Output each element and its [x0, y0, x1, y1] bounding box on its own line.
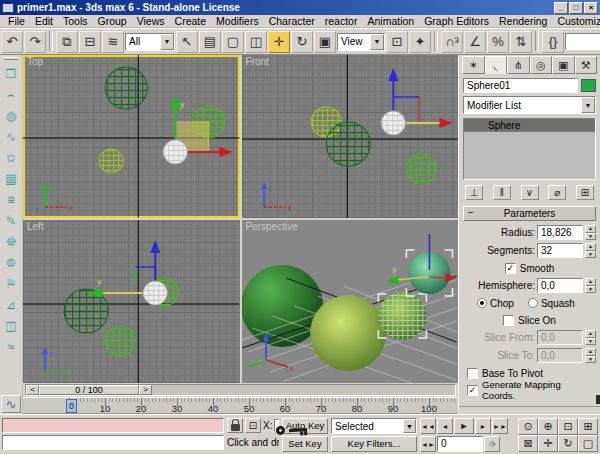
menu-item[interactable]: Views: [132, 15, 170, 27]
close-button[interactable]: ×: [584, 2, 598, 14]
next-frame-slider-button[interactable]: >: [139, 385, 152, 395]
named-selection-sets-field[interactable]: [565, 33, 600, 50]
select-and-link-button[interactable]: ⧉: [56, 31, 78, 53]
reactor-angular-dashpot-icon[interactable]: ❋: [1, 230, 21, 251]
smooth-checkbox[interactable]: ✓: [505, 263, 516, 274]
zoom-button[interactable]: ⊙: [518, 418, 538, 435]
region-zoom-button[interactable]: ⊠: [518, 435, 538, 452]
menu-item[interactable]: Modifiers: [211, 15, 264, 27]
spinner-up-icon[interactable]: ▲: [585, 243, 596, 251]
tab-hierarchy[interactable]: ⋔: [507, 56, 530, 74]
squash-radio[interactable]: [528, 298, 538, 308]
key-mode-dropdown[interactable]: Selected ▼: [331, 418, 417, 434]
reference-coordinate-system-dropdown[interactable]: View ▼: [337, 33, 385, 51]
reactor-ragdoll-icon[interactable]: ✩: [1, 146, 21, 167]
open-mini-curve-editor-button[interactable]: ∿: [1, 395, 21, 413]
window-crossing-toggle-button[interactable]: ◫: [245, 31, 267, 53]
spinner-up-icon[interactable]: ▲: [585, 278, 596, 286]
snap-toggle-button[interactable]: ∩³: [441, 31, 463, 53]
spinner-down-icon[interactable]: ▼: [585, 251, 596, 259]
viewport-perspective-label[interactable]: Perspective: [246, 221, 298, 232]
go-to-end-button[interactable]: ►►: [492, 418, 508, 434]
menu-item[interactable]: File: [3, 15, 30, 27]
menu-item[interactable]: Customize: [552, 15, 600, 27]
time-slider-track[interactable]: < 0 / 100 >: [25, 384, 456, 396]
key-mode-toggle-button[interactable]: ◄►: [420, 436, 436, 452]
current-frame-field[interactable]: 0: [437, 436, 483, 452]
viewport-left-label[interactable]: Left: [27, 221, 44, 232]
use-pivot-point-center-button[interactable]: ⊡: [386, 31, 408, 53]
remove-modifier-button[interactable]: ⌀: [548, 185, 566, 200]
radius-spinner[interactable]: ▲▼: [585, 225, 596, 240]
collapse-icon[interactable]: −: [468, 207, 474, 218]
slice-on-checkbox[interactable]: [503, 315, 514, 326]
menu-item[interactable]: Animation: [362, 15, 419, 27]
menu-item[interactable]: Tools: [58, 15, 93, 27]
sphere-object-shaded[interactable]: [310, 295, 386, 371]
reactor-wind-icon[interactable]: ⚑: [1, 272, 21, 293]
tab-display[interactable]: ▣: [552, 56, 575, 74]
configure-modifier-sets-button[interactable]: ⊞: [576, 185, 594, 200]
segments-field[interactable]: 32: [537, 243, 583, 258]
reactor-soft-body-collection-icon[interactable]: ◍: [1, 104, 21, 125]
maxscript-mini-listener[interactable]: [2, 418, 224, 433]
radius-field[interactable]: 18,826: [537, 225, 583, 240]
viewport-left[interactable]: Left: [23, 220, 240, 383]
named-selection-sets-button[interactable]: {}: [542, 31, 564, 53]
go-to-start-button[interactable]: ◄◄: [420, 418, 436, 434]
object-color-swatch[interactable]: [581, 79, 596, 92]
arc-rotate-button[interactable]: ↻: [558, 435, 578, 452]
viewport-top-scene[interactable]: y y x z: [23, 55, 240, 218]
viewport-left-scene[interactable]: y z y: [23, 220, 240, 383]
selected-sphere-object[interactable]: [163, 140, 187, 164]
sphere-object-wireframe[interactable]: [311, 107, 436, 184]
reactor-rope-collection-icon[interactable]: ∿: [1, 125, 21, 146]
modifier-stack[interactable]: Sphere: [463, 118, 596, 180]
reactor-motor-icon[interactable]: ⚙: [1, 251, 21, 272]
show-end-result-button[interactable]: ‖: [493, 185, 511, 200]
chevron-down-icon[interactable]: ▼: [370, 34, 384, 50]
menu-item[interactable]: Rendering: [494, 15, 552, 27]
menu-item[interactable]: Create: [170, 15, 212, 27]
maximize-button[interactable]: □: [569, 2, 583, 14]
spinner-down-icon[interactable]: ▼: [585, 233, 596, 241]
minimize-button[interactable]: _: [554, 2, 568, 14]
modifier-stack-item[interactable]: Sphere: [464, 119, 595, 132]
undo-button[interactable]: ↶: [1, 31, 23, 53]
selected-sphere-lattice[interactable]: [378, 292, 426, 340]
hemisphere-spinner[interactable]: ▲▼: [585, 278, 596, 293]
select-object-button[interactable]: ↖: [176, 31, 198, 53]
select-and-rotate-button[interactable]: ↻: [291, 31, 313, 53]
track-bar[interactable]: 0 102030405060708090100: [23, 397, 458, 414]
viewport-front-label[interactable]: Front: [246, 56, 269, 67]
select-and-move-button[interactable]: ✛: [268, 31, 290, 53]
redo-button[interactable]: ↷: [24, 31, 46, 53]
chop-radio[interactable]: [477, 298, 487, 308]
parameters-rollout-header[interactable]: − Parameters: [463, 206, 596, 221]
spinner-snap-toggle-button[interactable]: ⇅: [510, 31, 532, 53]
chevron-down-icon[interactable]: ▼: [403, 419, 416, 433]
menu-item[interactable]: Edit: [30, 15, 58, 27]
reactor-cloth-collection-icon[interactable]: ⌢: [1, 83, 21, 104]
sphere-object-wireframe[interactable]: [99, 67, 224, 173]
toolbar-grip[interactable]: [4, 57, 18, 60]
base-to-pivot-checkbox[interactable]: [467, 368, 478, 379]
angle-snap-toggle-button[interactable]: ∠: [464, 31, 486, 53]
reactor-rigid-body-collection-icon[interactable]: ❒: [1, 62, 21, 83]
absolute-mode-toggle-button[interactable]: ⊡: [245, 418, 261, 433]
reactor-linear-dashpot-icon[interactable]: ✎: [1, 209, 21, 230]
reactor-toy-car-icon[interactable]: ⊿: [1, 293, 21, 314]
spinner-up-icon[interactable]: ▲: [585, 225, 596, 233]
selected-sphere-object[interactable]: [143, 281, 167, 305]
pin-stack-button[interactable]: ⊥: [465, 185, 483, 200]
viewport-front-scene[interactable]: z x: [242, 55, 459, 218]
rectangular-selection-region-button[interactable]: ▢: [222, 31, 244, 53]
reactor-fracture-icon[interactable]: ◫: [1, 314, 21, 335]
chevron-down-icon[interactable]: ▼: [160, 34, 174, 50]
spinner-down-icon[interactable]: ▼: [585, 286, 596, 294]
viewport-top-label[interactable]: Top: [27, 56, 43, 67]
zoom-extents-all-button[interactable]: ⊞: [578, 418, 598, 435]
select-by-name-button[interactable]: ▤: [199, 31, 221, 53]
tab-utilities[interactable]: ⚒: [575, 56, 598, 74]
menu-item[interactable]: Character: [264, 15, 320, 27]
